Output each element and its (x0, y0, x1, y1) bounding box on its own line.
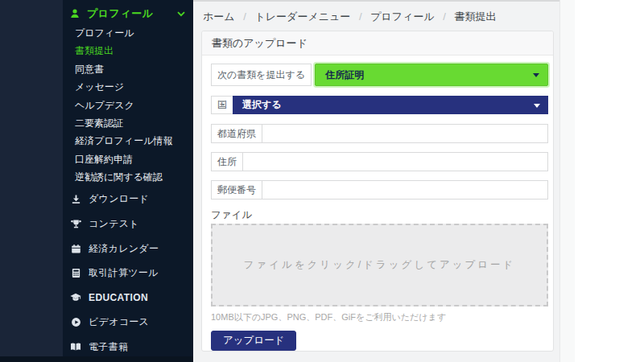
address-row: 住所 (211, 152, 548, 171)
address-input[interactable] (242, 152, 548, 171)
scrollbar[interactable] (559, 0, 575, 362)
sidebar-item-label: 取引計算ツール (89, 266, 159, 280)
country-label: 国 (211, 96, 233, 114)
sidebar-rail (0, 0, 63, 362)
breadcrumb: ホーム / トレーダーメニュー / プロフィール / 書類提出 (203, 10, 497, 24)
caret-down-icon (534, 104, 540, 108)
person-icon (69, 8, 80, 19)
sidebar-item-video-courses[interactable]: ビデオコース (63, 310, 193, 335)
sidebar-item-label: 電子書籍 (89, 340, 128, 354)
screenshot-root: プロフィール プロフィール 書類提出 同意書 メッセージ ヘルプデスク 二要素認… (0, 0, 644, 362)
sidebar-item-trading-calculator[interactable]: 取引計算ツール (63, 261, 193, 286)
prefecture-input[interactable] (262, 124, 548, 143)
file-dropzone[interactable]: ファイルをクリック/ドラッグしてアップロード (211, 224, 548, 306)
sidebar-item-economic-calendar[interactable]: 経済カレンダー (63, 237, 193, 261)
breadcrumb-separator: / (359, 10, 362, 23)
card-body: 次の書類を提出する 住所証明 国 選択する (202, 56, 553, 351)
postal-code-row: 郵便番号 (211, 180, 548, 200)
sidebar-item-agreement[interactable]: 同意書 (63, 60, 193, 78)
sidebar-item-label: ビデオコース (89, 315, 149, 329)
sidebar-item-economic-profile[interactable]: 経済プロフィール情報 (63, 132, 193, 150)
dropzone-text: ファイルをクリック/ドラッグしてアップロード (244, 258, 516, 272)
book-icon (70, 341, 81, 352)
sidebar: プロフィール プロフィール 書類提出 同意書 メッセージ ヘルプデスク 二要素認… (0, 0, 193, 362)
postal-code-label: 郵便番号 (211, 180, 262, 200)
top-border (193, 0, 575, 2)
sidebar-item-label: ダウンロード (89, 192, 149, 206)
sidebar-icon-menu: ダウンロード コンテスト 経済カレンダー (63, 187, 193, 360)
country-row: 国 選択する (211, 96, 548, 114)
sidebar-group-label: プロフィール (87, 6, 177, 21)
calculator-icon (70, 268, 81, 278)
country-value: 選択する (233, 98, 282, 112)
chevron-down-icon (177, 11, 185, 17)
download-icon (70, 194, 81, 204)
breadcrumb-separator: / (243, 10, 246, 23)
document-type-value: 住所証明 (316, 68, 364, 82)
sidebar-menu: プロフィール プロフィール 書類提出 同意書 メッセージ ヘルプデスク 二要素認… (63, 0, 193, 362)
country-select[interactable]: 選択する (233, 96, 548, 114)
card-header: 書類のアップロード (202, 31, 553, 56)
breadcrumb-home[interactable]: ホーム (203, 10, 235, 23)
sidebar-bottom-strip (0, 356, 193, 362)
sidebar-item-messages[interactable]: メッセージ (63, 78, 193, 96)
prefecture-row: 都道府県 (211, 124, 548, 143)
calendar-icon (70, 244, 81, 254)
sidebar-item-label: コンテスト (89, 217, 139, 231)
upload-button[interactable]: アップロード (211, 331, 296, 351)
file-label: ファイル (211, 208, 548, 222)
breadcrumb-document-submission: 書類提出 (455, 10, 497, 23)
sidebar-item-document-submission[interactable]: 書類提出 (63, 42, 193, 60)
card-title: 書類のアップロード (212, 37, 308, 49)
sidebar-item-two-factor[interactable]: 二要素認証 (63, 114, 193, 132)
breadcrumb-profile[interactable]: プロフィール (370, 10, 435, 23)
breadcrumb-separator: / (443, 10, 446, 23)
sidebar-group-profile[interactable]: プロフィール (63, 0, 193, 24)
prefecture-label: 都道府県 (211, 124, 262, 143)
address-label: 住所 (211, 152, 243, 171)
sidebar-item-solicitation-confirmation[interactable]: 逆勧誘に関する確認 (63, 168, 193, 186)
upload-card: 書類のアップロード 次の書類を提出する 住所証明 国 選択する (201, 31, 554, 352)
breadcrumb-trader-menu[interactable]: トレーダーメニュー (254, 10, 350, 23)
sidebar-item-contests[interactable]: コンテスト (63, 212, 193, 237)
document-type-label: 次の書類を提出する (211, 64, 312, 86)
sidebar-item-account-closure[interactable]: 口座解約申請 (63, 150, 193, 168)
main-content: ホーム / トレーダーメニュー / プロフィール / 書類提出 書類のアップロー… (193, 0, 575, 362)
sidebar-item-label: 経済カレンダー (89, 242, 159, 256)
play-circle-icon (70, 317, 81, 327)
sidebar-item-downloads[interactable]: ダウンロード (63, 187, 193, 212)
document-type-row: 次の書類を提出する 住所証明 (211, 64, 548, 86)
document-type-select[interactable]: 住所証明 (315, 64, 548, 86)
postal-code-input[interactable] (262, 180, 548, 200)
file-helper-text: 10MB以下のJPG、PNG、PDF、GiFをご利用いただけます (211, 311, 548, 323)
graduation-cap-icon (70, 292, 81, 303)
browser-page: プロフィール プロフィール 書類提出 同意書 メッセージ ヘルプデスク 二要素認… (0, 0, 575, 362)
sidebar-item-profile[interactable]: プロフィール (63, 24, 193, 42)
sidebar-item-education[interactable]: EDUCATION (63, 286, 193, 311)
sidebar-item-helpdesk[interactable]: ヘルプデスク (63, 97, 193, 114)
caret-down-icon (533, 73, 539, 77)
sidebar-item-label: EDUCATION (89, 292, 148, 303)
sidebar-submenu: プロフィール 書類提出 同意書 メッセージ ヘルプデスク 二要素認証 経済プロフ… (63, 24, 193, 187)
trophy-icon (70, 219, 81, 229)
